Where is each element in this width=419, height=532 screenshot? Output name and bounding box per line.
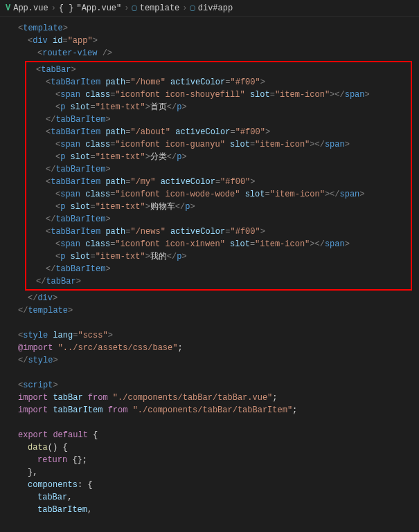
- code-line: <span class="iconfont icon-guanyu" slot=…: [26, 138, 411, 151]
- code-line: @import "../src/assets/css/base";: [8, 342, 419, 354]
- code-line: <span class="iconfont icon-shouyefill" s…: [26, 89, 411, 101]
- code-line: <tabBarItem path="/news" activeColor="#f…: [26, 226, 411, 238]
- highlighted-block: <tabBar> <tabBarItem path="/home" active…: [25, 61, 412, 291]
- code-line: <div id="app">: [8, 35, 419, 47]
- code-line: <tabBar>: [26, 64, 411, 76]
- code-line: <script>: [8, 379, 419, 392]
- chevron-right-icon: ›: [182, 3, 187, 13]
- code-line: </tabBarItem>: [26, 163, 411, 176]
- breadcrumb-file[interactable]: App.vue: [13, 3, 48, 13]
- code-line: <p slot="item-txt">购物车</p>: [26, 201, 411, 213]
- code-line: import tabBar from "./components/tabBar/…: [8, 392, 419, 404]
- breadcrumb-json[interactable]: "App.vue": [76, 3, 121, 13]
- code-line: <tabBarItem path="/home" activeColor="#f…: [26, 76, 411, 89]
- breadcrumb-template[interactable]: template: [140, 3, 180, 13]
- chevron-right-icon: ›: [124, 3, 129, 13]
- code-line: <style lang="scss">: [8, 329, 419, 342]
- blank-line: [8, 367, 419, 379]
- code-line: tabBarItem,: [8, 504, 419, 516]
- code-line: </style>: [8, 354, 419, 367]
- code-line: <router-view />: [8, 47, 419, 59]
- code-line: </tabBarItem>: [26, 213, 411, 226]
- code-line: </tabBarItem>: [26, 113, 411, 126]
- breadcrumb-div[interactable]: div#app: [198, 3, 233, 13]
- code-line: export default {: [8, 429, 419, 441]
- code-line: <p slot="item-txt">我的</p>: [26, 250, 411, 263]
- code-line: </template>: [8, 304, 419, 317]
- code-line: <tabBarItem path="/my" activeColor="#f00…: [26, 176, 411, 188]
- code-line: </tabBar>: [26, 275, 411, 288]
- code-line: <p slot="item-txt">分类</p>: [26, 151, 411, 163]
- code-line: components: {: [8, 479, 419, 491]
- vue-file-icon: V: [6, 3, 10, 13]
- code-line: <span class="iconfont icon-xinwen" slot=…: [26, 238, 411, 250]
- blank-line: [8, 317, 419, 329]
- json-icon: { }: [59, 3, 74, 13]
- code-line: tabBar,: [8, 491, 419, 504]
- code-line: return {};: [8, 454, 419, 466]
- div-icon: ▢: [190, 3, 195, 13]
- template-icon: ▢: [132, 3, 136, 13]
- code-line: <p slot="item-txt">首页</p>: [26, 101, 411, 113]
- code-line: </div>: [8, 292, 419, 304]
- code-line: <template>: [8, 22, 419, 35]
- code-line: <tabBarItem path="/about" activeColor="#…: [26, 126, 411, 138]
- code-line: </tabBarItem>: [26, 263, 411, 275]
- code-line: <span class="iconfont icon-wode-wode" sl…: [26, 188, 411, 201]
- blank-line: [8, 416, 419, 429]
- code-line: import tabBarItem from "./components/tab…: [8, 404, 419, 416]
- code-line: },: [8, 466, 419, 479]
- chevron-right-icon: ›: [51, 3, 56, 13]
- code-line: data() {: [8, 441, 419, 454]
- code-editor[interactable]: <template> <div id="app"> <router-view /…: [0, 17, 419, 522]
- breadcrumb[interactable]: V App.vue › { } "App.vue" › ▢ template ›…: [0, 0, 419, 17]
